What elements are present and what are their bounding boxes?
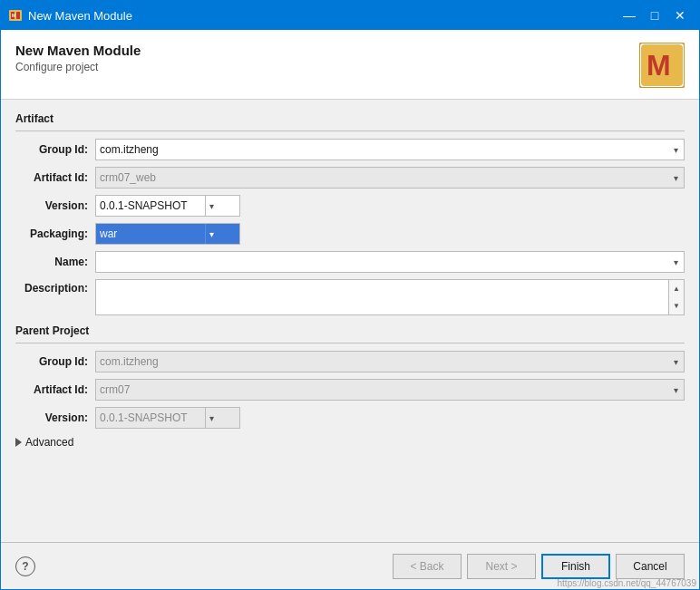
cancel-button[interactable]: Cancel (616, 554, 685, 579)
parent-version-row: Version: ▾ (15, 407, 685, 429)
parent-artifact-id-label: Artifact Id: (15, 383, 95, 396)
maximize-button[interactable]: □ (643, 4, 666, 27)
svg-text:M: M (647, 49, 671, 82)
packaging-field: ▾ (95, 223, 685, 245)
group-id-input[interactable] (100, 143, 672, 156)
next-button[interactable]: Next > (467, 554, 536, 579)
parent-version-combo: ▾ (95, 407, 240, 429)
artifact-id-chevron[interactable]: ▾ (672, 173, 680, 183)
svg-text:M: M (12, 13, 15, 18)
window-title: New Maven Module (28, 9, 617, 23)
parent-group-id-field: ▾ (95, 351, 685, 372)
footer-left: ? (15, 556, 35, 576)
artifact-id-field: ▾ (95, 167, 685, 189)
parent-version-input[interactable] (96, 411, 205, 424)
back-button[interactable]: < Back (393, 554, 462, 579)
artifact-id-row: Artifact Id: ▾ (15, 167, 685, 189)
help-button[interactable]: ? (15, 556, 35, 576)
title-bar: M New Maven Module — □ ✕ (1, 1, 699, 30)
description-label: Description: (15, 279, 95, 295)
description-scroll-down[interactable]: ▼ (669, 297, 684, 314)
description-scroll-controls: ▲ ▼ (669, 279, 685, 315)
name-input-wrapper: ▾ (95, 251, 685, 273)
name-row: Name: ▾ (15, 251, 685, 273)
advanced-toggle[interactable]: Advanced (15, 436, 73, 449)
name-label: Name: (15, 256, 95, 268)
header-text: New Maven Module Configure project (15, 43, 141, 73)
window-icon: M (8, 8, 23, 23)
parent-artifact-id-chevron[interactable]: ▾ (672, 385, 680, 395)
advanced-arrow-icon (15, 438, 22, 447)
dialog-window: M New Maven Module — □ ✕ New Maven Modul… (0, 0, 700, 590)
description-field: ▲ ▼ (95, 279, 685, 315)
parent-divider (15, 343, 685, 343)
parent-artifact-id-row: Artifact Id: ▾ (15, 379, 685, 401)
parent-group-id-chevron[interactable]: ▾ (672, 357, 680, 367)
description-row: Description: ▲ ▼ (15, 279, 685, 315)
advanced-label: Advanced (25, 436, 73, 449)
dialog-subtitle: Configure project (15, 61, 141, 73)
version-input[interactable] (96, 199, 205, 212)
window-controls: — □ ✕ (617, 4, 692, 27)
version-field: ▾ (95, 195, 685, 217)
artifact-id-input[interactable] (100, 171, 672, 184)
description-scroll-up[interactable]: ▲ (669, 280, 684, 297)
parent-version-chevron[interactable]: ▾ (205, 408, 218, 428)
artifact-id-label: Artifact Id: (15, 171, 95, 184)
name-chevron[interactable]: ▾ (672, 257, 680, 267)
artifact-divider (15, 131, 685, 131)
group-id-field: ▾ (95, 139, 685, 160)
parent-section-label: Parent Project (15, 324, 685, 337)
artifact-id-input-wrapper: ▾ (95, 167, 685, 189)
footer-buttons: < Back Next > Finish Cancel (393, 554, 685, 579)
parent-version-label: Version: (15, 411, 95, 424)
minimize-button[interactable]: — (617, 4, 641, 27)
dialog-title: New Maven Module (15, 43, 141, 58)
parent-version-field: ▾ (95, 407, 685, 429)
finish-button[interactable]: Finish (541, 554, 610, 579)
dialog-body: Artifact Group Id: ▾ Artifact Id: (1, 100, 699, 542)
close-button[interactable]: ✕ (668, 4, 692, 27)
dialog-footer: ? < Back Next > Finish Cancel (1, 542, 699, 589)
dialog-content: New Maven Module Configure project M Art… (1, 30, 699, 589)
name-input[interactable] (100, 256, 672, 268)
parent-artifact-id-input-wrapper: ▾ (95, 379, 685, 401)
packaging-input[interactable] (96, 227, 205, 240)
group-id-input-wrapper: ▾ (95, 139, 685, 160)
parent-group-id-input[interactable] (100, 355, 672, 368)
version-label: Version: (15, 199, 95, 212)
parent-group-id-label: Group Id: (15, 355, 95, 368)
group-id-chevron[interactable]: ▾ (672, 145, 680, 155)
packaging-row: Packaging: ▾ (15, 223, 685, 245)
advanced-row[interactable]: Advanced (15, 436, 685, 449)
version-chevron[interactable]: ▾ (205, 196, 218, 216)
parent-group-id-row: Group Id: ▾ (15, 351, 685, 372)
packaging-chevron[interactable]: ▾ (205, 224, 218, 244)
parent-artifact-id-input[interactable] (100, 383, 672, 396)
packaging-combo: ▾ (95, 223, 240, 245)
artifact-section-label: Artifact (15, 112, 685, 125)
maven-logo-icon: M (639, 43, 685, 88)
packaging-label: Packaging: (15, 227, 95, 240)
description-textarea[interactable] (95, 279, 669, 315)
version-row: Version: ▾ (15, 195, 685, 217)
group-id-label: Group Id: (15, 143, 95, 156)
parent-group-id-input-wrapper: ▾ (95, 351, 685, 372)
group-id-row: Group Id: ▾ (15, 139, 685, 160)
svg-rect-2 (16, 12, 20, 19)
name-field: ▾ (95, 251, 685, 273)
dialog-header: New Maven Module Configure project M (1, 30, 699, 100)
version-combo: ▾ (95, 195, 240, 217)
parent-artifact-id-field: ▾ (95, 379, 685, 401)
